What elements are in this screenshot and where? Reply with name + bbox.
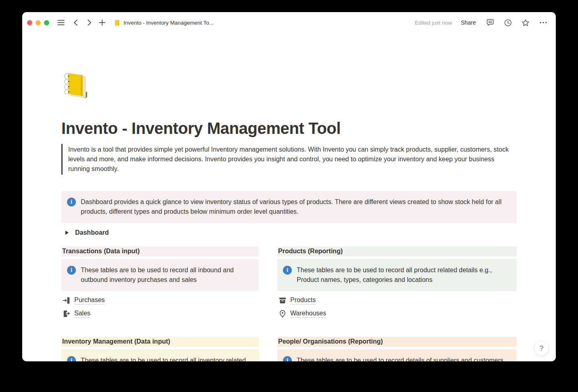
page-content: Invento - Inventory Management Tool Inve… (22, 33, 556, 361)
edited-status: Edited just now (415, 20, 452, 26)
archive-box-icon (278, 296, 287, 304)
back-chevron-icon[interactable] (70, 17, 81, 28)
dashboard-toggle[interactable]: Dashboard (61, 228, 517, 238)
transactions-callout: i These tables are to be used to record … (61, 259, 259, 291)
info-icon: i (283, 266, 292, 275)
titlebar-actions: Edited just now Share (415, 17, 549, 28)
inventory-management-section: Inventory Management (Data input) i Thes… (61, 337, 259, 361)
inventory-management-callout-text: These tables are to be used to record al… (81, 356, 252, 361)
share-button[interactable]: Share (459, 19, 477, 27)
zoom-window-button[interactable] (44, 20, 49, 25)
transactions-callout-text: These tables are to be used to record al… (81, 265, 252, 285)
sales-link-label[interactable]: Sales (74, 310, 90, 318)
sales-page-link[interactable]: Sales (61, 308, 259, 319)
products-page-link[interactable]: Products (277, 295, 517, 306)
transactions-header: Transactions (Data input) (61, 246, 259, 256)
history-clock-icon[interactable] (503, 17, 513, 28)
warehouses-page-link[interactable]: Warehouses (277, 308, 517, 319)
comment-icon[interactable] (485, 17, 495, 28)
dashboard-toggle-label[interactable]: Dashboard (75, 229, 109, 236)
info-icon: i (67, 198, 76, 206)
inventory-management-callout: i These tables are to be used to record … (61, 349, 259, 361)
page-title: Invento - Inventory Management Tool (61, 119, 517, 138)
dashboard-callout: i Dashboard provides a quick glance to v… (61, 191, 517, 223)
traffic-lights (27, 20, 52, 25)
products-callout: i These tables are to be used to record … (277, 259, 517, 291)
transactions-section: Transactions (Data input) i These tables… (61, 246, 259, 321)
people-organisations-callout-text: These tables are to be used to record de… (297, 356, 503, 361)
inventory-management-header: Inventory Management (Data input) (61, 337, 259, 347)
info-icon: i (67, 356, 76, 361)
columns-row-1: Transactions (Data input) i These tables… (61, 246, 517, 321)
new-tab-plus-icon[interactable] (97, 17, 107, 28)
minimize-window-button[interactable] (36, 20, 41, 25)
purchases-page-link[interactable]: Purchases (61, 295, 259, 306)
titlebar: Invento - Inventory Management To... Edi… (22, 12, 556, 33)
more-ellipsis-icon[interactable] (538, 17, 549, 28)
people-organisations-callout: i These tables are to be used to record … (277, 349, 517, 361)
warehouses-link-label[interactable]: Warehouses (290, 310, 326, 318)
tab-title-text: Invento - Inventory Management To... (124, 20, 214, 26)
close-window-button[interactable] (27, 20, 32, 25)
door-in-icon (62, 296, 71, 304)
dashboard-callout-text: Dashboard provides a quick glance to vie… (81, 197, 510, 217)
info-icon: i (67, 266, 76, 275)
page-notebook-icon[interactable] (61, 71, 92, 101)
help-button[interactable]: ? (534, 341, 549, 356)
forward-chevron-icon[interactable] (84, 17, 94, 28)
location-pin-icon (278, 309, 287, 318)
intro-quote: Invento is a tool that provides simple y… (61, 144, 511, 175)
door-out-icon (62, 309, 71, 318)
products-section: Products (Reporting) i These tables are … (277, 246, 517, 321)
info-icon: i (283, 356, 292, 361)
purchases-link-label[interactable]: Purchases (74, 296, 105, 304)
menu-icon[interactable] (56, 17, 66, 28)
products-links: Products Warehouses (277, 295, 517, 319)
tab-title[interactable]: Invento - Inventory Management To... (114, 19, 214, 26)
transactions-links: Purchases Sales (61, 295, 259, 319)
products-header: Products (Reporting) (277, 246, 517, 256)
toggle-triangle-icon[interactable] (63, 229, 71, 237)
app-window: Invento - Inventory Management To... Edi… (22, 12, 556, 361)
columns-row-2: Inventory Management (Data input) i Thes… (61, 337, 517, 361)
people-organisations-section: People/ Organisations (Reporting) i Thes… (277, 337, 517, 361)
people-organisations-header: People/ Organisations (Reporting) (277, 337, 517, 347)
notebook-tab-icon (114, 19, 121, 26)
products-callout-text: These tables are to be used to record al… (297, 265, 510, 285)
favorite-star-icon[interactable] (520, 17, 531, 28)
products-link-label[interactable]: Products (290, 296, 316, 304)
